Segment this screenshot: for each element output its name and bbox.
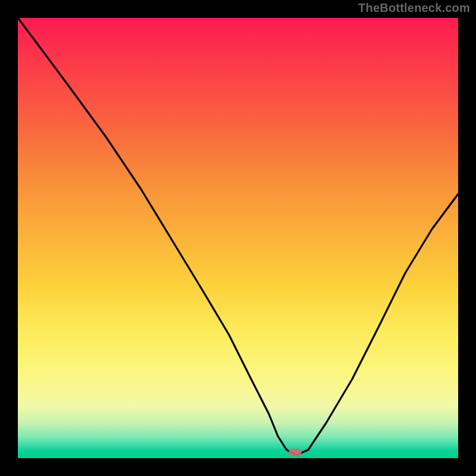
plot-area (18, 18, 458, 458)
watermark-text: TheBottleneck.com (358, 1, 470, 15)
bottleneck-curve (18, 18, 458, 458)
chart-frame: TheBottleneck.com (0, 0, 476, 476)
minimum-marker (289, 449, 302, 456)
curve-path (18, 18, 458, 455)
